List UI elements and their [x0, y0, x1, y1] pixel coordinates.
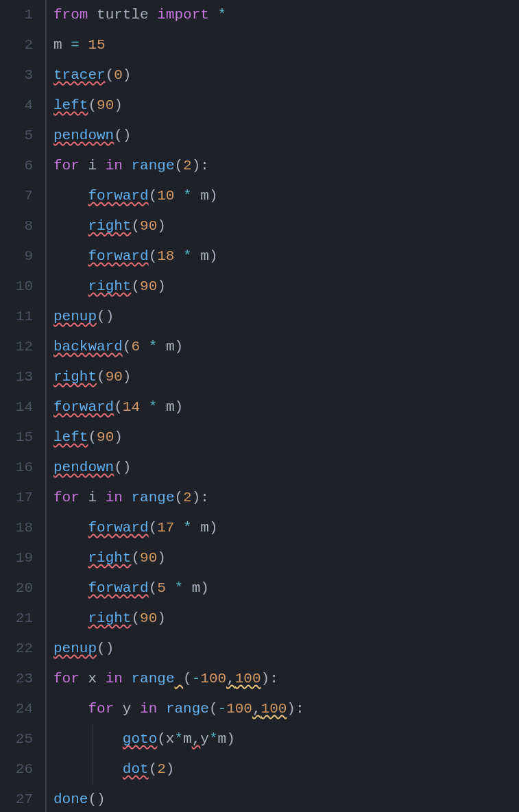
code-line[interactable]: right(90) — [53, 272, 519, 302]
code-token: range — [131, 158, 174, 174]
code-token: ( — [183, 671, 192, 686]
code-token: ) — [174, 399, 183, 415]
code-line[interactable]: goto(x*m,y*m) — [53, 724, 519, 754]
indent — [53, 701, 88, 717]
code-token: in — [106, 490, 123, 505]
line-number: 21 — [0, 604, 33, 634]
code-token: ) — [192, 158, 201, 174]
code-token — [123, 671, 132, 686]
code-token: 2 — [183, 158, 192, 174]
code-line[interactable]: done() — [53, 785, 519, 812]
code-line[interactable]: left(90) — [53, 422, 519, 453]
indent — [53, 188, 88, 204]
code-token: - — [218, 701, 227, 717]
line-number: 11 — [0, 302, 33, 332]
code-token: m — [192, 580, 201, 596]
code-line[interactable]: penup() — [53, 634, 519, 664]
code-line[interactable]: right(90) — [53, 604, 519, 634]
code-token: ( — [123, 339, 132, 355]
code-token: y — [123, 701, 132, 717]
code-editor[interactable]: 1234567891011121314151617181920212223242… — [0, 0, 519, 812]
line-number: 27 — [0, 785, 33, 812]
code-token: ( — [106, 67, 114, 83]
code-line[interactable]: for x in range (-100,100): — [53, 664, 519, 694]
code-token — [183, 580, 192, 596]
code-token — [80, 37, 88, 53]
code-token: 90 — [140, 218, 157, 234]
code-line[interactable]: dot(2) — [53, 754, 519, 785]
line-number: 15 — [0, 422, 33, 453]
code-token — [140, 339, 149, 355]
code-token — [97, 158, 106, 174]
code-token: ) — [174, 339, 183, 355]
code-line[interactable]: tracer(0) — [53, 60, 519, 91]
code-token: m — [200, 188, 209, 204]
code-token — [123, 158, 132, 174]
code-token — [80, 158, 88, 174]
code-token: ) — [114, 429, 123, 445]
code-line[interactable]: forward(10 * m) — [53, 181, 519, 211]
code-token: 90 — [140, 278, 157, 294]
line-number: 17 — [0, 483, 33, 513]
indent — [53, 580, 88, 596]
line-number: 23 — [0, 664, 33, 694]
code-token: ( — [88, 791, 97, 807]
code-line[interactable]: backward(6 * m) — [53, 332, 519, 362]
code-line[interactable]: forward(5 * m) — [53, 573, 519, 604]
line-number: 9 — [0, 241, 33, 272]
code-token — [114, 701, 123, 717]
code-line[interactable]: left(90) — [53, 91, 519, 121]
code-token — [157, 701, 166, 717]
code-token: ) — [226, 731, 235, 747]
code-line[interactable]: pendown() — [53, 453, 519, 483]
line-number: 5 — [0, 121, 33, 151]
code-line[interactable]: forward(17 * m) — [53, 513, 519, 543]
code-line[interactable]: for i in range(2): — [53, 151, 519, 181]
code-token: 100 — [261, 701, 287, 717]
code-line[interactable]: for i in range(2): — [53, 483, 519, 513]
code-line[interactable]: right(90) — [53, 362, 519, 392]
code-token: ( — [131, 278, 140, 294]
code-line[interactable]: m = 15 — [53, 30, 519, 60]
line-number: 6 — [0, 151, 33, 181]
code-token: : — [295, 701, 304, 717]
code-token: in — [140, 701, 157, 717]
code-token: * — [149, 399, 158, 415]
code-token — [131, 701, 140, 717]
code-line[interactable]: right(90) — [53, 211, 519, 241]
code-line[interactable]: penup() — [53, 302, 519, 332]
code-token — [174, 188, 183, 204]
code-token — [166, 580, 175, 596]
code-token: ) — [209, 248, 218, 264]
code-token — [157, 399, 166, 415]
code-token: penup — [53, 641, 97, 656]
code-token: ( — [114, 399, 123, 415]
code-token — [97, 490, 106, 505]
code-token: 2 — [183, 490, 192, 505]
code-token: 100 — [200, 671, 226, 686]
code-token: , — [252, 701, 261, 717]
code-token: ) — [157, 550, 166, 566]
code-token: ( — [174, 490, 183, 505]
code-line[interactable]: from turtle import * — [53, 0, 519, 30]
code-line[interactable]: forward(14 * m) — [53, 392, 519, 422]
code-token: range — [166, 701, 209, 717]
code-token: ( — [149, 520, 158, 536]
code-token: m — [200, 248, 209, 264]
code-token — [62, 37, 71, 53]
code-token: x — [166, 731, 175, 747]
code-token: ( — [97, 309, 106, 324]
code-token: in — [106, 158, 123, 174]
code-token: ) — [106, 309, 114, 324]
code-token: : — [200, 158, 209, 174]
code-token: ) — [192, 490, 201, 505]
code-line[interactable]: forward(18 * m) — [53, 241, 519, 272]
code-token: ) — [157, 610, 166, 626]
code-line[interactable]: pendown() — [53, 121, 519, 151]
code-token: range — [131, 490, 174, 505]
code-line[interactable]: for y in range(-100,100): — [53, 694, 519, 724]
code-line[interactable]: right(90) — [53, 543, 519, 573]
indent — [53, 278, 88, 294]
code-area[interactable]: from turtle import *m = 15tracer(0)left(… — [47, 0, 519, 812]
code-token: 100 — [235, 671, 261, 686]
